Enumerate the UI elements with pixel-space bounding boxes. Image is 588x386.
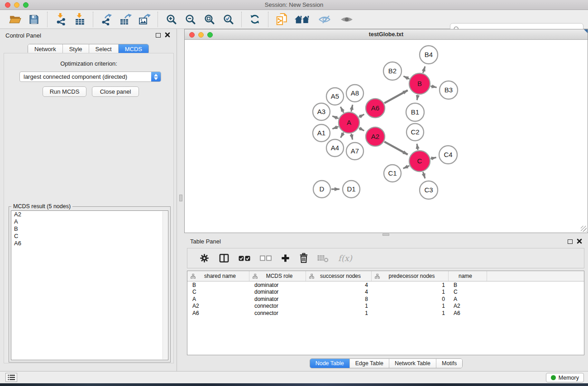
import-network-icon[interactable] [54,13,67,26]
zoom-fit-icon[interactable] [202,13,216,26]
table-cell[interactable]: A2 [187,303,249,309]
table-cell[interactable]: dominator [249,282,306,288]
table-cell[interactable]: 0 [372,296,449,302]
export-image-icon[interactable] [138,13,151,26]
tab-select[interactable]: Select [89,44,118,54]
home-icon[interactable] [294,13,311,26]
gear-icon[interactable] [199,253,210,263]
network-canvas[interactable]: B4B2BB3B1A5A8A3A6AA1C2A2A4A7CC1C4C3DD1 [185,40,588,233]
edge-C-C3[interactable] [423,172,425,178]
resize-handle[interactable] [581,226,587,232]
table-cell[interactable]: dominator [249,289,306,295]
optimization-criterion-dropdown[interactable]: largest connected component (directed) [19,71,161,82]
edge-A6-B[interactable] [384,90,408,103]
table-row[interactable]: A2connector11A2 [187,303,584,310]
edge-B-B4[interactable] [423,67,425,73]
result-item[interactable]: A2 [11,211,168,218]
table-cell[interactable]: A [187,296,249,302]
table-row[interactable]: A6connector11A6 [187,310,584,317]
column-header-predecessor-nodes[interactable]: predecessor nodes [372,271,449,281]
edge-C-C2[interactable] [417,144,418,150]
node-table[interactable]: shared nameMCDS rolesuccessor nodesprede… [187,271,584,355]
zoom-out-icon[interactable] [183,13,197,26]
result-scrollbar[interactable] [163,211,167,359]
table-cell[interactable]: 1 [372,303,449,309]
edge-B-B3[interactable] [430,86,436,87]
delete-table-icon[interactable] [317,254,329,263]
refresh-view-icon[interactable] [248,13,262,26]
result-item[interactable]: C [11,233,168,240]
export-table-icon[interactable] [119,13,132,26]
edge-A-A1[interactable] [332,127,338,129]
open-session-icon[interactable] [8,13,22,26]
table-cell[interactable]: C [449,289,487,295]
table-cell[interactable]: 4 [306,289,372,295]
column-header-shared-name[interactable]: shared name [187,271,249,281]
network-window-titlebar[interactable]: testGlobe.txt [185,29,588,40]
table-cell[interactable]: A6 [187,310,249,316]
close-panel-button[interactable]: Close panel [92,86,139,97]
show-graphics-details-icon[interactable] [316,13,333,26]
table-cell[interactable]: 1 [372,310,449,316]
table-cell[interactable]: C [187,289,249,295]
edge-A2-C[interactable] [384,142,408,154]
result-item[interactable]: A6 [11,240,168,247]
zoom-selected-icon[interactable] [221,13,235,26]
table-cell[interactable]: connector [249,310,306,316]
column-view-icon[interactable] [219,253,229,263]
float-table-panel-icon[interactable] [568,239,573,244]
table-row[interactable]: Cdominator41C [187,289,584,296]
eye-icon[interactable] [338,13,355,26]
edge-C-C4[interactable] [430,157,436,159]
network-document-icon[interactable] [275,13,288,26]
task-history-button[interactable] [5,373,17,382]
edge-A-A7[interactable] [351,133,353,139]
table-cell[interactable]: A2 [449,303,487,309]
network-graph[interactable]: B4B2BB3B1A5A8A3A6AA1C2A2A4A7CC1C4C3DD1 [185,40,588,233]
table-cell[interactable]: dominator [249,296,306,302]
edge-A-A6[interactable] [359,114,364,117]
tab-mcds[interactable]: MCDS [118,44,148,54]
tab-network-table[interactable]: Network Table [389,359,436,368]
export-network-icon[interactable] [100,13,113,26]
float-panel-icon[interactable] [156,33,161,38]
edge-A-A2[interactable] [359,128,364,131]
deselect-all-checkboxes-icon[interactable] [260,255,272,261]
close-table-panel-icon[interactable] [576,238,583,244]
result-item[interactable]: A [11,218,168,225]
import-table-icon[interactable] [73,13,86,26]
table-cell[interactable]: 1 [372,289,449,295]
table-cell[interactable]: 1 [306,303,372,309]
desktop-vscroll-thumb[interactable] [179,195,182,201]
desktop-hscroll-thumb[interactable] [382,234,389,236]
tab-motifs[interactable]: Motifs [436,359,462,368]
table-cell[interactable]: 4 [306,282,372,288]
table-cell[interactable]: connector [249,303,306,309]
table-cell[interactable]: 1 [372,282,449,288]
add-column-icon[interactable] [281,253,290,263]
zoom-in-icon[interactable] [164,13,178,26]
table-cell[interactable]: B [187,282,249,288]
column-header-successor-nodes[interactable]: successor nodes [306,271,372,281]
tab-style[interactable]: Style [62,44,89,54]
table-cell[interactable]: 1 [306,310,372,316]
edge-B-B2[interactable] [403,76,409,79]
table-row[interactable]: Adominator80A [187,295,584,303]
run-mcds-button[interactable]: Run MCDS [43,86,86,97]
table-cell[interactable]: 8 [306,296,372,302]
save-session-icon[interactable] [27,13,41,26]
memory-button[interactable]: Memory [546,373,584,382]
close-panel-icon[interactable] [164,32,171,38]
edge-A-A8[interactable] [351,105,353,111]
table-cell[interactable]: B [449,282,487,288]
edge-B-B1[interactable] [417,95,418,100]
column-header-name[interactable]: name [449,271,487,281]
edge-C-C1[interactable] [403,166,409,168]
tab-node-table[interactable]: Node Table [310,359,349,368]
function-builder-icon[interactable]: f(x) [338,253,352,263]
table-cell[interactable]: A [449,296,487,302]
mcds-result-list[interactable]: A2ABCA6 [11,210,168,360]
table-cell[interactable]: A6 [449,310,487,316]
delete-column-icon[interactable] [299,253,308,263]
edge-A-A4[interactable] [341,133,344,138]
